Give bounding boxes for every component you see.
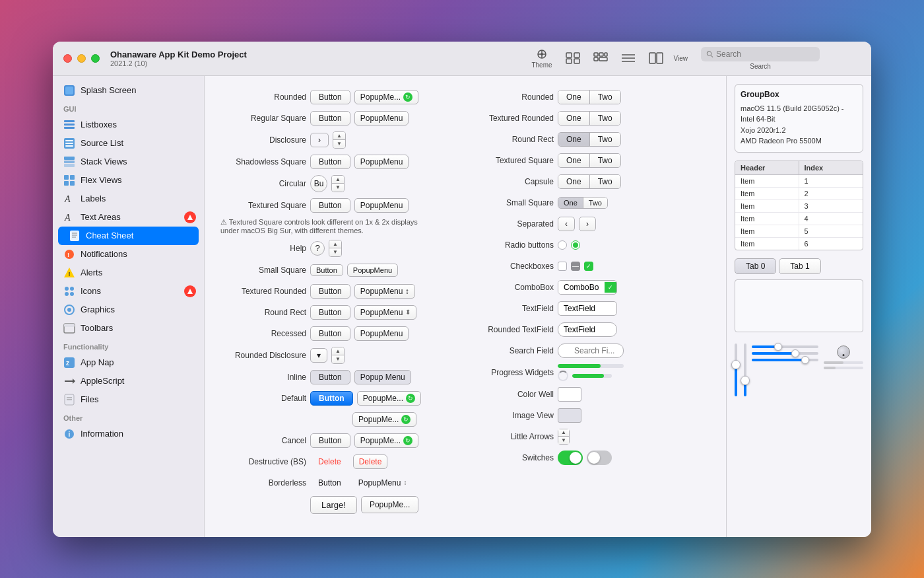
seg-tr-one[interactable]: One [558, 112, 590, 125]
horiz-slider-1[interactable] [752, 345, 818, 348]
checkbox-mixed[interactable]: — [571, 262, 580, 271]
btn-large[interactable]: Large! [310, 496, 357, 514]
sidebar-item-applescript[interactable]: AppleScript [53, 372, 204, 390]
stepper-up[interactable]: ▲ [333, 132, 345, 140]
sidebar-item-stack-views[interactable]: Stack Views [53, 153, 204, 171]
toggle-off[interactable] [587, 451, 612, 465]
btn-circular[interactable]: Bu [310, 175, 327, 192]
btn-regular-square[interactable]: Button [310, 111, 350, 126]
popup-round-rect[interactable]: PopupMenu ⬍ [354, 305, 417, 320]
popup-textured-square[interactable]: PopupMenu [354, 198, 409, 213]
popup-rounded[interactable]: PopupMe... ↻ [354, 90, 418, 104]
popup-recessed[interactable]: PopupMenu [354, 326, 409, 341]
view-button-3[interactable] [616, 50, 641, 67]
sidebar-item-source-list[interactable]: Source List [53, 134, 204, 153]
popup-default[interactable]: PopupMe... ↻ [357, 391, 421, 406]
popup-inline[interactable]: Popup Menu [354, 370, 411, 384]
btn-rounded[interactable]: Button [310, 90, 350, 104]
view-button-1[interactable] [560, 50, 585, 67]
minimize-button[interactable] [77, 54, 86, 63]
popup-regular-square[interactable]: PopupMenu [354, 111, 409, 126]
image-view[interactable] [558, 408, 581, 423]
stepper-down[interactable]: ▼ [333, 140, 345, 148]
search-input[interactable] [716, 50, 814, 59]
sidebar-item-alerts[interactable]: ! Alerts [53, 264, 204, 282]
popup-shadowless[interactable]: PopupMenu [354, 155, 409, 169]
radio-on[interactable] [571, 240, 580, 250]
popup-extra[interactable]: PopupMe... ↻ [352, 412, 416, 427]
rounded-textfield[interactable] [558, 322, 617, 337]
btn-textured-square[interactable]: Button [310, 198, 350, 213]
seg-capsule[interactable]: One Two [558, 174, 621, 189]
sidebar-item-splash[interactable]: Splash Screen [53, 81, 204, 100]
vert-slider-1[interactable] [735, 343, 737, 396]
btn-help[interactable]: ? [310, 241, 325, 256]
sidebar-item-graphics[interactable]: Graphics [53, 301, 204, 319]
btn-disclosure[interactable]: › [310, 133, 329, 147]
btn-borderless[interactable]: Button [310, 476, 349, 489]
combobox[interactable]: ✓ [558, 280, 617, 295]
seg-cap-one[interactable]: One [558, 175, 590, 188]
zoom-button[interactable] [91, 54, 100, 63]
seg-ss-two[interactable]: Two [583, 198, 607, 208]
la-down[interactable]: ▼ [558, 437, 569, 444]
sidebar-item-notifications[interactable]: ! Notifications [53, 245, 204, 264]
sidebar-item-icons[interactable]: Icons [53, 282, 204, 301]
search-bar[interactable] [701, 47, 820, 61]
btn-rounded-disclosure[interactable]: ▾ [310, 348, 327, 363]
seg-ts-one[interactable]: One [558, 154, 590, 167]
sidebar-item-text-areas[interactable]: A Text Areas [53, 208, 204, 227]
seg-rounded-one[interactable]: One [558, 90, 590, 104]
seg-rr-one[interactable]: One [558, 133, 590, 146]
sidebar-item-listboxes[interactable]: Listboxes [53, 116, 204, 134]
textfield[interactable] [558, 301, 617, 316]
stepper-circular-up[interactable]: ▲ [332, 176, 344, 184]
theme-button[interactable]: Theme [526, 46, 557, 71]
popup-destructive[interactable]: Delete [353, 454, 388, 469]
btn-textured-rounded[interactable]: Button [310, 284, 350, 299]
sidebar-item-files[interactable]: Files [53, 390, 204, 409]
btn-small-square[interactable]: Button [310, 264, 343, 276]
btn-shadowless[interactable]: Button [310, 155, 350, 169]
sidebar-item-information[interactable]: i Information [53, 425, 204, 443]
btn-cancel[interactable]: Button [310, 433, 350, 448]
stepper-rd-up[interactable]: ▲ [332, 347, 344, 355]
toggle-on[interactable] [558, 451, 583, 465]
btn-nav-next[interactable]: › [579, 217, 596, 231]
sidebar-item-cheat-sheet[interactable]: Cheat Sheet [58, 227, 199, 245]
btn-recessed[interactable]: Button [310, 326, 350, 341]
sidebar-item-labels[interactable]: A Labels [53, 190, 204, 208]
stepper-rd-down[interactable]: ▼ [332, 355, 344, 363]
stepper-help-down[interactable]: ▼ [329, 248, 341, 256]
popup-textured-rounded[interactable]: PopupMenu ↕ [354, 284, 415, 299]
stepper-circular[interactable]: ▲ ▼ [331, 175, 345, 192]
vert-slider-2[interactable] [744, 343, 746, 396]
seg-rounded-two[interactable]: Two [590, 90, 620, 104]
sidebar-item-toolbars[interactable]: Toolbars [53, 319, 204, 338]
little-arrows[interactable]: ▲ ▼ [558, 429, 570, 445]
radio-off[interactable] [558, 240, 567, 250]
seg-round-rect[interactable]: One Two [558, 132, 621, 147]
seg-textured-rounded[interactable]: One Two [558, 111, 621, 126]
horiz-slider-3[interactable] [752, 359, 818, 361]
view-button-4[interactable] [644, 50, 669, 67]
stepper-disclosure[interactable]: ▲ ▼ [333, 131, 346, 149]
seg-rounded[interactable]: One Two [558, 90, 621, 104]
color-well[interactable] [558, 387, 581, 402]
tab-0[interactable]: Tab 0 [735, 258, 776, 274]
checkbox-on[interactable]: ✓ [584, 262, 593, 271]
seg-cap-two[interactable]: Two [590, 175, 620, 188]
stepper-help-up[interactable]: ▲ [329, 240, 341, 248]
seg-rr-two[interactable]: Two [590, 133, 620, 146]
seg-ts-two[interactable]: Two [590, 154, 620, 167]
seg-ss-one[interactable]: One [558, 198, 583, 208]
btn-inline[interactable]: Button [310, 370, 350, 384]
combo-input[interactable] [558, 281, 605, 294]
btn-default[interactable]: Button [310, 391, 353, 406]
view-button-2[interactable] [588, 50, 613, 67]
knob[interactable] [837, 345, 850, 359]
combo-arrow[interactable]: ✓ [605, 282, 616, 293]
stepper-help[interactable]: ▲ ▼ [329, 240, 342, 257]
btn-round-rect[interactable]: Button [310, 305, 350, 320]
checkbox-off[interactable] [558, 262, 567, 271]
